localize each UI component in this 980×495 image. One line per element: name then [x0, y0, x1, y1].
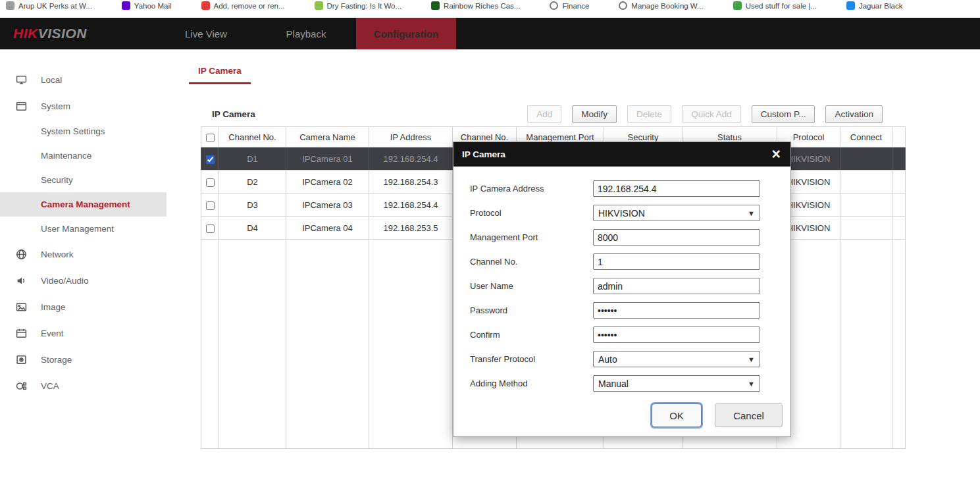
sidebar-item-label: Image — [41, 302, 66, 312]
field-label: Adding Method — [470, 378, 593, 388]
row-checkbox[interactable] — [206, 224, 215, 233]
sidebar-item-network[interactable]: Network — [0, 241, 167, 267]
password-input[interactable] — [593, 302, 760, 319]
modify-button[interactable]: Modify — [572, 105, 617, 123]
field-label: Password — [470, 305, 593, 315]
storage-disk-icon — [16, 354, 41, 365]
favicon — [550, 1, 558, 10]
sidebar-item-label: VCA — [41, 381, 59, 391]
sidebar-item-label: System — [41, 101, 70, 111]
bookmark-label: Finance — [562, 2, 589, 10]
sidebar-item-camera-management[interactable]: Camera Management — [0, 192, 167, 217]
activation-button[interactable]: Activation — [825, 105, 883, 123]
bookmark-label: Arup UK Perks at W... — [18, 2, 92, 10]
sidebar-item-label: Network — [41, 249, 74, 259]
cell-channel-no: D1 — [219, 147, 286, 170]
sidebar-item-maintenance[interactable]: Maintenance — [0, 143, 167, 168]
bookmark-item[interactable]: Jaguar Black — [846, 1, 902, 10]
sidebar-item-image[interactable]: Image — [0, 294, 167, 320]
selected-option: Auto — [598, 354, 617, 365]
quick-add-button: Quick Add — [682, 105, 741, 123]
bookmark-item[interactable]: Add, remove or ren... — [201, 1, 285, 10]
bookmark-label: Manage Booking W... — [631, 2, 703, 10]
dialog-field-row: User Name — [470, 278, 783, 294]
favicon — [6, 1, 14, 10]
protocol-select[interactable]: HIKVISION ▼ — [593, 205, 760, 221]
bookmark-item[interactable]: Arup UK Perks at W... — [6, 1, 92, 10]
cancel-button[interactable]: Cancel — [715, 404, 783, 427]
sidebar-item-label: Event — [41, 328, 64, 338]
sidebar-item-label: Local — [41, 75, 62, 85]
custom-protocol-button[interactable]: Custom P... — [752, 105, 815, 123]
sidebar-item-system-settings[interactable]: System Settings — [0, 119, 167, 143]
cell-ip-address: 192.168.253.5 — [369, 217, 453, 240]
nav-tab-live-view[interactable]: Live View — [156, 18, 256, 49]
cell-channel-no: D2 — [219, 170, 286, 194]
bookmark-item[interactable]: Yahoo Mail — [122, 1, 172, 10]
confirm-password-input[interactable] — [593, 326, 760, 343]
bookmark-label: Used stuff for sale |... — [746, 2, 817, 10]
cell-connect — [840, 217, 892, 240]
channel-no-input[interactable] — [593, 253, 760, 270]
cell-camera-name: IPCamera 03 — [286, 194, 369, 217]
ip-camera-address-input[interactable] — [593, 180, 760, 197]
dialog-field-row: Transfer Protocol Auto ▼ — [470, 351, 783, 367]
cell-ip-address: 192.168.254.3 — [369, 170, 453, 194]
row-checkbox[interactable] — [206, 178, 215, 187]
bookmark-item[interactable]: Manage Booking W... — [619, 1, 703, 10]
bookmark-item[interactable]: Used stuff for sale |... — [733, 1, 817, 10]
select-all-checkbox[interactable] — [206, 134, 215, 142]
transfer-protocol-select[interactable]: Auto ▼ — [593, 351, 760, 367]
user-name-input[interactable] — [593, 278, 760, 294]
dialog-header: IP Camera × — [453, 142, 790, 167]
sidebar-item-local[interactable]: Local — [0, 66, 167, 93]
bookmark-item[interactable]: Rainbow Riches Cas... — [431, 1, 520, 10]
sidebar-item-video-audio[interactable]: Video/Audio — [0, 267, 167, 294]
cell-connect — [840, 147, 892, 170]
dialog-body: IP Camera Address Protocol HIKVISION ▼ M… — [453, 167, 790, 436]
field-label: Channel No. — [470, 257, 593, 267]
hikvision-logo: HIKVISION — [13, 26, 156, 41]
bookmark-label: Jaguar Black — [859, 2, 902, 10]
management-port-input[interactable] — [593, 229, 760, 246]
add-button: Add — [527, 105, 561, 123]
close-icon[interactable]: × — [771, 147, 782, 162]
bookmark-label: Yahoo Mail — [134, 2, 172, 10]
adding-method-select[interactable]: Manual ▼ — [593, 375, 760, 392]
nav-tab-playback[interactable]: Playback — [256, 18, 356, 49]
sidebar-item-vca[interactable]: VCA — [0, 373, 167, 399]
row-checkbox[interactable] — [206, 155, 215, 164]
field-label: Protocol — [470, 208, 593, 218]
cell-channel-no: D3 — [219, 194, 286, 217]
sidebar-item-storage[interactable]: Storage — [0, 346, 167, 373]
image-icon — [16, 301, 41, 313]
ok-button[interactable]: OK — [652, 404, 702, 427]
row-checkbox[interactable] — [206, 201, 215, 210]
sidebar-item-event[interactable]: Event — [0, 320, 167, 346]
chevron-down-icon: ▼ — [748, 380, 755, 388]
select-all-cell — [201, 127, 219, 147]
cell-camera-name: IPCamera 04 — [286, 217, 369, 240]
speaker-icon — [16, 275, 41, 286]
sidebar-item-security[interactable]: Security — [0, 168, 167, 192]
toolbar: Add Modify Delete Quick Add Custom P... … — [527, 105, 883, 123]
tab-ip-camera[interactable]: IP Camera — [189, 61, 251, 84]
window-icon — [16, 101, 41, 112]
chevron-down-icon: ▼ — [748, 355, 755, 363]
panel-header: IP Camera Add Modify Delete Quick Add Cu… — [201, 102, 905, 126]
sidebar-item-user-management[interactable]: User Management — [0, 217, 167, 241]
selected-option: HIKVISION — [598, 208, 645, 219]
sidebar-item-system[interactable]: System — [0, 93, 167, 119]
nav-tab-configuration[interactable]: Configuration — [356, 18, 456, 49]
bookmark-label: Add, remove or ren... — [214, 2, 285, 10]
cell-ip-address: 192.168.254.4 — [369, 147, 453, 170]
bookmarks-bar: Arup UK Perks at W... Yahoo Mail Add, re… — [0, 0, 980, 11]
dialog-field-row: Confirm — [470, 326, 783, 343]
cell-camera-name: IPCamera 02 — [286, 170, 369, 194]
cell-connect — [840, 170, 892, 194]
bookmark-item[interactable]: Dry Fasting: Is It Wo... — [315, 1, 402, 10]
bookmark-item[interactable]: Finance — [550, 1, 589, 10]
favicon — [733, 1, 742, 10]
screen: Arup UK Perks at W... Yahoo Mail Add, re… — [0, 0, 980, 495]
dialog-field-row: IP Camera Address — [470, 180, 783, 197]
